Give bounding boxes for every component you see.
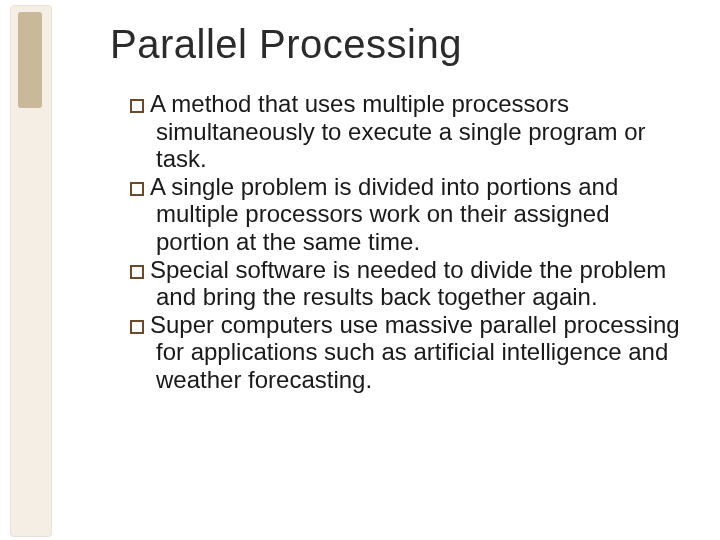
slide: Parallel Processing A method that uses m… xyxy=(0,0,720,540)
square-bullet-icon xyxy=(130,99,144,113)
bullet-text: Super computers use massive parallel pro… xyxy=(150,311,680,393)
bullet-item: Super computers use massive parallel pro… xyxy=(130,311,680,394)
slide-title: Parallel Processing xyxy=(110,22,462,67)
bullet-text: Special software is needed to divide the… xyxy=(150,256,666,311)
bullet-item: Special software is needed to divide the… xyxy=(130,256,680,311)
square-bullet-icon xyxy=(130,320,144,334)
bullet-text: A method that uses multiple processors s… xyxy=(150,90,646,172)
slide-body: A method that uses multiple processors s… xyxy=(130,90,680,394)
decorative-band-fill xyxy=(18,118,42,528)
square-bullet-icon xyxy=(130,265,144,279)
bullet-item: A method that uses multiple processors s… xyxy=(130,90,680,173)
bullet-item: A single problem is divided into portion… xyxy=(130,173,680,256)
bullet-text: A single problem is divided into portion… xyxy=(150,173,618,255)
square-bullet-icon xyxy=(130,182,144,196)
decorative-band-accent xyxy=(18,12,42,108)
